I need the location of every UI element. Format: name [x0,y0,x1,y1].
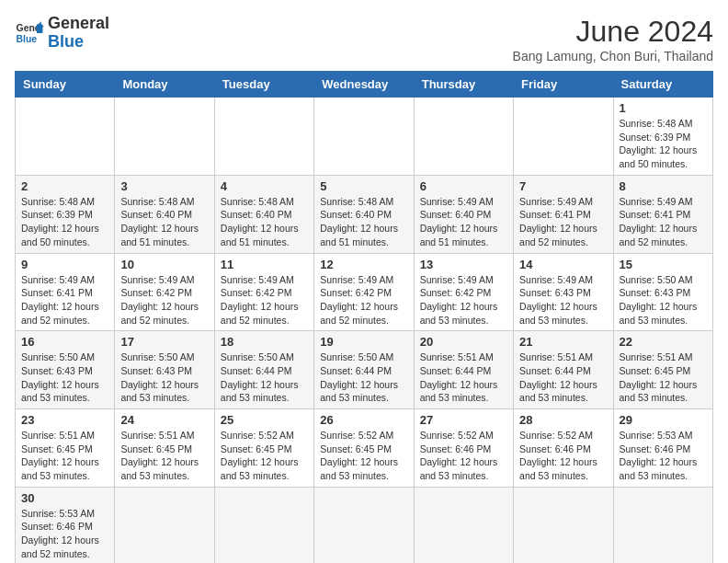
calendar-cell [414,98,513,176]
day-number: 28 [519,413,607,427]
day-number: 10 [120,258,208,271]
calendar-cell [613,487,712,563]
day-number: 7 [519,179,607,193]
day-number: 6 [420,179,507,193]
calendar-cell [314,98,414,176]
day-info: Sunrise: 5:48 AMSunset: 6:40 PMDaylight:… [120,195,208,249]
logo-blue: Blue [48,33,109,52]
day-number: 20 [420,335,507,349]
calendar-cell: 25Sunrise: 5:52 AMSunset: 6:45 PMDayligh… [214,409,313,488]
day-info: Sunrise: 5:49 AMSunset: 6:42 PMDaylight:… [320,273,407,327]
day-info: Sunrise: 5:49 AMSunset: 6:43 PMDaylight:… [519,273,607,327]
weekday-header-sunday: Sunday [16,72,115,98]
logo: General Blue General Blue [15,15,109,52]
day-number: 26 [320,413,407,427]
day-number: 24 [120,413,208,427]
day-info: Sunrise: 5:51 AMSunset: 6:45 PMDaylight:… [21,429,108,483]
day-info: Sunrise: 5:49 AMSunset: 6:41 PMDaylight:… [519,195,607,249]
weekday-header-row: SundayMondayTuesdayWednesdayThursdayFrid… [16,72,713,98]
calendar-cell: 14Sunrise: 5:49 AMSunset: 6:43 PMDayligh… [514,253,613,331]
title-block: June 2024 Bang Lamung, Chon Buri, Thaila… [513,15,713,63]
day-info: Sunrise: 5:49 AMSunset: 6:41 PMDaylight:… [620,195,707,249]
calendar-cell: 9Sunrise: 5:49 AMSunset: 6:41 PMDaylight… [16,253,115,331]
calendar-cell [115,487,214,563]
calendar-cell: 12Sunrise: 5:49 AMSunset: 6:42 PMDayligh… [314,253,414,331]
day-number: 13 [420,258,507,271]
day-number: 17 [120,335,208,349]
day-number: 12 [320,258,407,271]
week-row-1: 2Sunrise: 5:48 AMSunset: 6:39 PMDaylight… [16,175,713,253]
week-row-2: 9Sunrise: 5:49 AMSunset: 6:41 PMDaylight… [16,253,713,331]
weekday-header-friday: Friday [514,72,613,98]
day-info: Sunrise: 5:52 AMSunset: 6:45 PMDaylight:… [221,429,308,483]
calendar-cell: 18Sunrise: 5:50 AMSunset: 6:44 PMDayligh… [214,331,313,409]
day-info: Sunrise: 5:48 AMSunset: 6:40 PMDaylight:… [221,195,308,249]
calendar-cell: 3Sunrise: 5:48 AMSunset: 6:40 PMDaylight… [115,175,214,253]
day-info: Sunrise: 5:51 AMSunset: 6:45 PMDaylight:… [120,429,208,483]
calendar-cell: 8Sunrise: 5:49 AMSunset: 6:41 PMDaylight… [613,175,712,253]
day-number: 27 [420,413,507,427]
day-info: Sunrise: 5:52 AMSunset: 6:45 PMDaylight:… [320,429,407,483]
calendar-cell: 16Sunrise: 5:50 AMSunset: 6:43 PMDayligh… [16,331,115,409]
calendar-cell: 17Sunrise: 5:50 AMSunset: 6:43 PMDayligh… [115,331,214,409]
day-number: 22 [620,335,707,349]
week-row-3: 16Sunrise: 5:50 AMSunset: 6:43 PMDayligh… [16,331,713,409]
day-number: 21 [519,335,607,349]
day-info: Sunrise: 5:50 AMSunset: 6:43 PMDaylight:… [620,273,707,327]
calendar-cell: 1Sunrise: 5:48 AMSunset: 6:39 PMDaylight… [613,98,712,176]
calendar-cell: 4Sunrise: 5:48 AMSunset: 6:40 PMDaylight… [214,175,313,253]
day-number: 2 [21,179,108,193]
calendar-cell: 6Sunrise: 5:49 AMSunset: 6:40 PMDaylight… [414,175,513,253]
calendar-cell: 5Sunrise: 5:48 AMSunset: 6:40 PMDaylight… [314,175,414,253]
calendar-cell [514,487,613,563]
calendar-cell [214,98,313,176]
day-info: Sunrise: 5:52 AMSunset: 6:46 PMDaylight:… [519,429,607,483]
day-number: 3 [120,179,208,193]
day-number: 14 [519,258,607,271]
day-info: Sunrise: 5:52 AMSunset: 6:46 PMDaylight:… [420,429,507,483]
logo-icon: General Blue [15,18,44,48]
calendar-cell [514,98,613,176]
day-number: 16 [21,335,108,349]
week-row-0: 1Sunrise: 5:48 AMSunset: 6:39 PMDaylight… [16,98,713,176]
calendar-cell: 23Sunrise: 5:51 AMSunset: 6:45 PMDayligh… [16,409,115,488]
calendar-table: SundayMondayTuesdayWednesdayThursdayFrid… [15,71,713,563]
week-row-5: 30Sunrise: 5:53 AMSunset: 6:46 PMDayligh… [16,487,713,563]
weekday-header-thursday: Thursday [414,72,513,98]
page-header: General Blue General Blue June 2024 Bang… [15,15,713,63]
calendar-cell: 2Sunrise: 5:48 AMSunset: 6:39 PMDaylight… [16,175,115,253]
weekday-header-wednesday: Wednesday [314,72,414,98]
day-info: Sunrise: 5:48 AMSunset: 6:40 PMDaylight:… [320,195,407,249]
weekday-header-tuesday: Tuesday [214,72,313,98]
day-number: 8 [620,179,707,193]
day-info: Sunrise: 5:49 AMSunset: 6:42 PMDaylight:… [120,273,208,327]
day-info: Sunrise: 5:48 AMSunset: 6:39 PMDaylight:… [21,195,108,249]
day-number: 25 [221,413,308,427]
day-info: Sunrise: 5:49 AMSunset: 6:42 PMDaylight:… [221,273,308,327]
logo-general: General [48,15,109,33]
weekday-header-monday: Monday [115,72,214,98]
day-info: Sunrise: 5:49 AMSunset: 6:40 PMDaylight:… [420,195,507,249]
svg-text:Blue: Blue [17,33,38,43]
calendar-cell: 19Sunrise: 5:50 AMSunset: 6:44 PMDayligh… [314,331,414,409]
day-number: 29 [620,413,707,427]
day-info: Sunrise: 5:50 AMSunset: 6:44 PMDaylight:… [221,350,308,405]
day-number: 4 [221,179,308,193]
calendar-cell [314,487,414,563]
calendar-cell [414,487,513,563]
day-number: 11 [221,258,308,271]
day-number: 15 [620,258,707,271]
day-number: 19 [320,335,407,349]
day-info: Sunrise: 5:51 AMSunset: 6:44 PMDaylight:… [420,350,507,405]
day-number: 30 [21,491,108,505]
day-info: Sunrise: 5:50 AMSunset: 6:43 PMDaylight:… [120,350,208,405]
day-info: Sunrise: 5:50 AMSunset: 6:44 PMDaylight:… [320,350,407,405]
calendar-cell: 24Sunrise: 5:51 AMSunset: 6:45 PMDayligh… [115,409,214,488]
day-number: 1 [620,101,707,115]
calendar-cell [16,98,115,176]
calendar-cell [115,98,214,176]
calendar-cell: 26Sunrise: 5:52 AMSunset: 6:45 PMDayligh… [314,409,414,488]
day-number: 5 [320,179,407,193]
calendar-cell: 7Sunrise: 5:49 AMSunset: 6:41 PMDaylight… [514,175,613,253]
calendar-cell: 21Sunrise: 5:51 AMSunset: 6:44 PMDayligh… [514,331,613,409]
